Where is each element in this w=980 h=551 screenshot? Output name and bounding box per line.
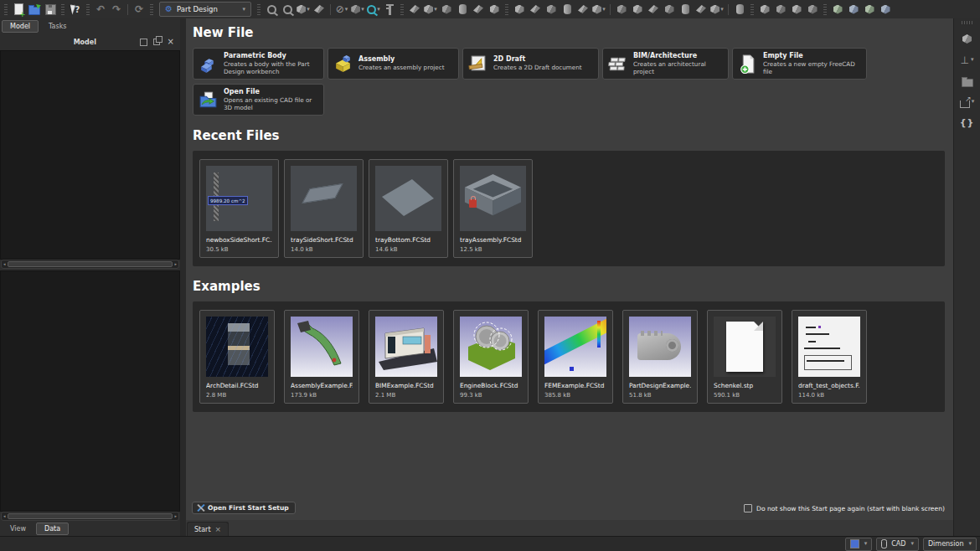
tab-model[interactable]: Model (2, 20, 39, 33)
example-file-card[interactable]: PartDesignExample.... 51.8 kB (622, 310, 698, 404)
open-first-start-setup-button[interactable]: Open First Start Setup (192, 502, 296, 514)
export-button[interactable]: ▾ (958, 95, 977, 109)
boolean-union-button[interactable] (830, 2, 845, 17)
fit-selection-button[interactable] (312, 2, 327, 17)
example-file-card[interactable]: AssemblyExample.F... 173.9 kB (284, 310, 359, 404)
new-file-button[interactable] (11, 2, 26, 17)
hole-button[interactable] (630, 2, 645, 17)
tab-view[interactable]: View (2, 523, 34, 535)
recent-file-card[interactable]: trayAssembly.FCStd 12.5 kB (453, 159, 533, 258)
subtractive-loft-button[interactable] (662, 2, 677, 17)
sketch-attach-button[interactable] (487, 2, 502, 17)
chamfer-button[interactable] (773, 2, 788, 17)
toolbar-grip[interactable] (962, 21, 973, 24)
toolbar-grip[interactable] (150, 4, 153, 15)
map-sketch-button[interactable] (471, 2, 486, 17)
whats-this-button[interactable]: ? (68, 2, 83, 17)
additive-loft-button[interactable] (544, 2, 559, 17)
tab-tasks[interactable]: Tasks (40, 20, 75, 33)
workbench-selector[interactable]: ⚙ Part Design ▾ (159, 2, 251, 17)
create-sketch-button[interactable]: ▾ (423, 2, 438, 17)
boolean-intersect-button[interactable] (862, 2, 877, 17)
toolbar-grip[interactable] (400, 4, 404, 15)
open-file-button[interactable] (27, 2, 42, 17)
subtractive-pipe-button[interactable] (678, 2, 693, 17)
zoom-in-button[interactable] (264, 2, 279, 17)
scroll-left-icon[interactable]: ◂ (2, 262, 8, 266)
float-icon[interactable] (153, 39, 160, 45)
panel-splitter[interactable] (180, 18, 186, 536)
measure-button[interactable] (382, 2, 397, 17)
datum-axis-button[interactable]: ⊥▾ (958, 53, 977, 67)
tab-data[interactable]: Data (36, 523, 69, 535)
card-open-file[interactable]: Open FileOpens an existing CAD file or 3… (193, 84, 324, 116)
boolean-cut-button[interactable] (846, 2, 861, 17)
recent-file-card[interactable]: traySideShort.FCStd 14.0 kB (284, 159, 364, 258)
undo-button[interactable]: ↶ (93, 2, 108, 17)
group-button[interactable] (958, 74, 977, 88)
property-horizontal-scrollbar[interactable]: ◂ ▸ (1, 512, 179, 521)
refresh-button[interactable]: ⟳ (132, 2, 147, 17)
unit-system-dropdown[interactable]: Dimension ▾ (923, 538, 977, 551)
toolbar-grip[interactable] (505, 4, 508, 15)
revolution-button[interactable] (528, 2, 543, 17)
card-parametric-body[interactable]: Parametric BodyCreates a body with the P… (193, 48, 324, 80)
toolbar-grip[interactable] (750, 4, 754, 15)
card-bim-architecture[interactable]: BIM/ArchitectureCreates an architectural… (602, 48, 729, 80)
dont-show-checkbox[interactable] (744, 504, 752, 512)
scroll-left-icon[interactable]: ◂ (2, 514, 8, 518)
example-file-card[interactable]: Schenkel.stp 590.1 kB (707, 310, 782, 404)
toolbar-grip[interactable] (823, 4, 827, 15)
additive-pipe-button[interactable] (560, 2, 575, 17)
additive-helix-button[interactable] (575, 2, 591, 17)
card-assembly[interactable]: AssemblyCreates an assembly project (328, 48, 459, 80)
fillet-button[interactable] (757, 2, 772, 17)
scrollbar-thumb[interactable] (8, 513, 173, 519)
scroll-right-icon[interactable]: ▸ (173, 514, 178, 518)
toolbar-grip[interactable] (86, 4, 90, 15)
toolbar-grip[interactable] (257, 4, 260, 15)
boolean-compound-button[interactable] (878, 2, 893, 17)
zoom-tool-button[interactable]: ▾ (366, 2, 381, 17)
pocket-button[interactable] (614, 2, 629, 17)
subtractive-helix-button[interactable] (694, 2, 709, 17)
save-button[interactable] (43, 2, 58, 17)
thickness-button[interactable] (805, 2, 820, 17)
close-icon[interactable]: × (168, 38, 174, 46)
expression-button[interactable]: {} (958, 116, 977, 130)
clip-plane-button[interactable]: ▾ (350, 2, 365, 17)
property-editor[interactable] (0, 270, 180, 512)
redo-button[interactable]: ↷ (109, 2, 124, 17)
validate-sketch-button[interactable] (455, 2, 470, 17)
example-file-card[interactable]: EngineBlock.FCStd 99.3 kB (453, 310, 529, 404)
card-empty-file[interactable]: Empty FileCreates a new empty FreeCAD fi… (732, 48, 867, 80)
close-icon[interactable]: × (215, 525, 222, 533)
scroll-right-icon[interactable]: ▸ (173, 262, 178, 266)
card-2d-draft[interactable]: 2D DraftCreates a 2D Draft document (462, 48, 599, 80)
draw-style-button[interactable]: ⊘▾ (334, 2, 349, 17)
toolbar-grip[interactable] (61, 4, 64, 15)
draft-button[interactable] (789, 2, 804, 17)
subtractive-primitive-button[interactable]: ▾ (709, 2, 725, 17)
model-shape-button[interactable] (958, 32, 977, 46)
axonometric-view-button[interactable]: ▾ (296, 2, 311, 17)
toolbar-grip[interactable] (4, 4, 8, 15)
scrollbar-thumb[interactable] (8, 261, 173, 267)
navigation-style-dropdown[interactable]: CAD ▾ (876, 538, 919, 551)
primitive-cylinder-button[interactable] (732, 2, 747, 17)
example-file-card[interactable]: draft_test_objects.F... 114.0 kB (792, 310, 867, 404)
tree-horizontal-scrollbar[interactable]: ◂ ▸ (1, 260, 179, 269)
example-file-card[interactable]: FEMExample.FCStd 385.8 kB (538, 310, 613, 404)
tab-start[interactable]: Start × (187, 522, 229, 536)
color-swatch-dropdown[interactable]: ▾ (845, 538, 873, 551)
pad-button[interactable] (512, 2, 527, 17)
create-body-button[interactable] (407, 2, 422, 17)
example-file-card[interactable]: BIMExample.FCStd 2.1 MB (369, 310, 444, 404)
recent-file-card[interactable]: 9989.20 cm^2 newboxSideShort.FC... 30.5 … (199, 159, 279, 258)
dock-icon[interactable] (140, 39, 147, 46)
additive-primitive-button[interactable]: ▾ (591, 2, 606, 17)
model-tree[interactable] (0, 50, 180, 260)
recent-file-card[interactable]: trayBottom.FCStd 14.6 kB (369, 159, 448, 258)
edit-sketch-button[interactable] (439, 2, 454, 17)
example-file-card[interactable]: ArchDetail.FCStd 2.8 MB (199, 310, 275, 404)
